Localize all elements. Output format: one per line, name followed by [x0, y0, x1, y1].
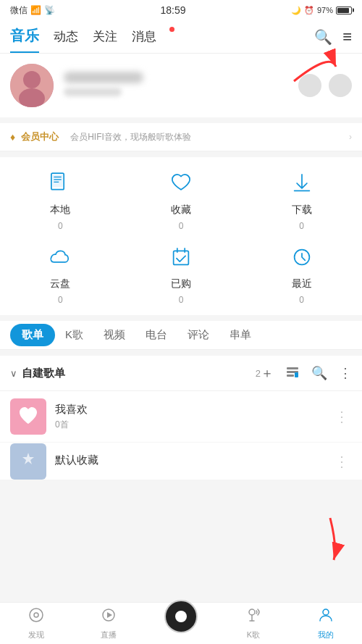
alarm-icon: ⏰	[304, 6, 314, 15]
playlist-info-default: 默认收藏	[55, 453, 332, 469]
svg-rect-9	[174, 251, 189, 264]
status-time: 18:59	[160, 4, 185, 16]
wechat-label: 微信	[10, 4, 28, 17]
discover-label: 发现	[28, 630, 44, 640]
karaoke-label: K歌	[247, 630, 260, 640]
bottom-tab-discover[interactable]: 发现	[0, 606, 72, 640]
grid-collect[interactable]: 收藏 0	[121, 167, 240, 231]
playlist-header-chevron[interactable]: ∨	[10, 368, 17, 379]
mine-icon	[317, 606, 334, 628]
live-label: 直播	[101, 630, 117, 640]
collect-label: 收藏	[171, 204, 191, 217]
signal-icon: 📶	[30, 5, 41, 15]
tab-message[interactable]: 消息	[132, 28, 156, 51]
profile-info	[64, 72, 288, 99]
batch-icon[interactable]	[285, 364, 300, 382]
grid-local[interactable]: 本地 0	[1, 167, 120, 231]
playlist-header-count: 2	[256, 368, 261, 379]
playlist-header: ∨ 自建歌单 2 ＋ 🔍 ⋮	[0, 356, 362, 391]
cat-tab-radio[interactable]: 电台	[135, 321, 177, 349]
playlist-section: ∨ 自建歌单 2 ＋ 🔍 ⋮ 我喜欢 0首	[0, 356, 362, 480]
profile-icon-2[interactable]	[329, 74, 352, 97]
bottom-tab-mine[interactable]: 我的	[290, 606, 362, 640]
svg-point-21	[323, 609, 329, 615]
local-count: 0	[58, 221, 63, 231]
purchased-count: 0	[179, 295, 184, 305]
mine-label: 我的	[318, 630, 334, 640]
recent-count: 0	[299, 295, 304, 305]
profile-subtitle	[64, 88, 122, 96]
playlist-more-default[interactable]: ⋮	[332, 453, 352, 470]
svg-rect-5	[53, 175, 63, 187]
vip-bar[interactable]: ♦ 会员中心 会员HIFI音效，现场般听歌体验 ›	[0, 123, 362, 151]
disc-icon	[164, 600, 198, 633]
svg-point-2	[23, 71, 41, 88]
playlist-thumb-favorites	[10, 398, 46, 435]
message-notification-dot	[169, 27, 174, 32]
playlist-name-favorites: 我喜欢	[55, 403, 332, 417]
profile-icon-1[interactable]	[298, 74, 321, 97]
profile-name	[64, 72, 143, 83]
avatar[interactable]	[10, 64, 54, 107]
status-right: 🌙 ⏰ 97%	[291, 6, 352, 15]
download-count: 0	[299, 221, 304, 231]
svg-rect-11	[287, 367, 298, 369]
search-icon[interactable]: 🔍	[314, 28, 332, 46]
bottom-tab-live[interactable]: 直播	[72, 606, 145, 640]
disc-center	[175, 611, 187, 622]
more-playlist-icon[interactable]: ⋮	[339, 365, 352, 381]
svg-rect-14	[295, 372, 298, 377]
vip-desc: 会员HIFI音效，现场般听歌体验	[70, 131, 191, 143]
status-left: 微信 📶 📡	[10, 4, 55, 17]
cat-tab-video[interactable]: 视频	[93, 321, 135, 349]
tab-dynamic[interactable]: 动态	[54, 28, 78, 51]
add-playlist-icon[interactable]: ＋	[261, 364, 274, 382]
cat-tab-series[interactable]: 串单	[219, 321, 261, 349]
svg-point-16	[30, 609, 43, 622]
grid-recent[interactable]: 最近 0	[242, 241, 361, 305]
cat-tab-playlist[interactable]: 歌单	[10, 324, 55, 346]
wifi-icon: 📡	[44, 5, 55, 15]
playlist-more-favorites[interactable]: ⋮	[332, 408, 352, 425]
grid-purchased[interactable]: 已购 0	[121, 241, 240, 305]
purchased-icon	[165, 241, 197, 273]
tab-message-wrapper: 消息	[132, 28, 171, 51]
local-label: 本地	[50, 204, 70, 217]
live-icon	[100, 606, 117, 628]
purchased-label: 已购	[171, 277, 191, 290]
bottom-bar: 发现 直播 K歌	[0, 602, 362, 644]
tab-follow[interactable]: 关注	[93, 28, 117, 51]
menu-icon[interactable]: ≡	[342, 28, 352, 46]
svg-marker-19	[107, 612, 112, 618]
recent-icon	[286, 241, 318, 273]
battery-percent: 97%	[317, 6, 333, 14]
cloud-icon	[44, 241, 76, 273]
tab-music[interactable]: 音乐	[10, 26, 39, 53]
grid-cloud[interactable]: 云盘 0	[1, 241, 120, 305]
playlist-item-default-collect[interactable]: 默认收藏 ⋮	[0, 443, 362, 480]
playlist-info-favorites: 我喜欢 0首	[55, 403, 332, 431]
bottom-tab-karaoke[interactable]: K歌	[217, 606, 290, 640]
profile-right-icons	[298, 74, 352, 97]
playlist-thumb-default	[10, 443, 46, 480]
nav-icons: 🔍 ≡	[314, 28, 352, 52]
playlist-item-favorites[interactable]: 我喜欢 0首 ⋮	[0, 391, 362, 443]
playlist-actions: ＋ 🔍 ⋮	[261, 364, 352, 382]
cat-tab-review[interactable]: 评论	[177, 321, 219, 349]
grid-download[interactable]: 下载 0	[242, 167, 361, 231]
cat-tab-karaoke[interactable]: K歌	[55, 321, 93, 349]
collect-icon	[165, 167, 197, 199]
svg-point-17	[34, 613, 38, 617]
search-playlist-icon[interactable]: 🔍	[311, 365, 327, 381]
battery-icon	[336, 7, 352, 14]
discover-icon	[28, 606, 45, 628]
annotation-arrow-mine	[287, 511, 345, 572]
playlist-songs-favorites: 0首	[55, 419, 332, 431]
local-icon	[44, 167, 76, 199]
nav-tabs: 音乐 动态 关注 消息 🔍 ≡	[10, 26, 352, 53]
cloud-count: 0	[58, 295, 63, 305]
svg-rect-13	[287, 375, 294, 377]
bottom-tab-center[interactable]	[145, 614, 217, 633]
status-bar: 微信 📶 📡 18:59 🌙 ⏰ 97%	[0, 0, 362, 20]
grid-section: 本地 0 收藏 0 下载 0	[0, 157, 362, 315]
